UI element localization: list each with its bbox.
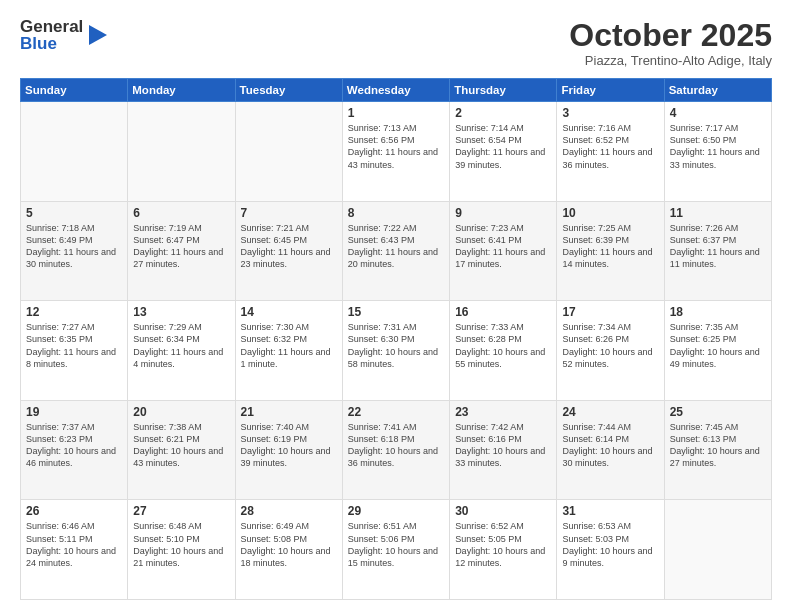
day-number: 21 <box>241 405 337 419</box>
day-info: Sunrise: 7:21 AM Sunset: 6:45 PM Dayligh… <box>241 222 337 271</box>
day-number: 13 <box>133 305 229 319</box>
calendar-title-block: October 2025 Piazza, Trentino-Alto Adige… <box>569 18 772 68</box>
day-info: Sunrise: 6:51 AM Sunset: 5:06 PM Dayligh… <box>348 520 444 569</box>
day-info: Sunrise: 7:34 AM Sunset: 6:26 PM Dayligh… <box>562 321 658 370</box>
table-row: 30Sunrise: 6:52 AM Sunset: 5:05 PM Dayli… <box>450 500 557 600</box>
day-number: 7 <box>241 206 337 220</box>
day-number: 30 <box>455 504 551 518</box>
day-number: 10 <box>562 206 658 220</box>
day-number: 29 <box>348 504 444 518</box>
logo: General Blue <box>20 18 107 52</box>
day-number: 14 <box>241 305 337 319</box>
col-thursday: Thursday <box>450 79 557 102</box>
table-row: 29Sunrise: 6:51 AM Sunset: 5:06 PM Dayli… <box>342 500 449 600</box>
day-number: 5 <box>26 206 122 220</box>
day-info: Sunrise: 7:16 AM Sunset: 6:52 PM Dayligh… <box>562 122 658 171</box>
logo-blue: Blue <box>20 35 83 52</box>
col-friday: Friday <box>557 79 664 102</box>
day-info: Sunrise: 6:46 AM Sunset: 5:11 PM Dayligh… <box>26 520 122 569</box>
day-number: 24 <box>562 405 658 419</box>
table-row <box>128 102 235 202</box>
col-wednesday: Wednesday <box>342 79 449 102</box>
day-info: Sunrise: 7:38 AM Sunset: 6:21 PM Dayligh… <box>133 421 229 470</box>
table-row: 8Sunrise: 7:22 AM Sunset: 6:43 PM Daylig… <box>342 201 449 301</box>
day-number: 23 <box>455 405 551 419</box>
day-info: Sunrise: 7:26 AM Sunset: 6:37 PM Dayligh… <box>670 222 766 271</box>
calendar-header-row: Sunday Monday Tuesday Wednesday Thursday… <box>21 79 772 102</box>
table-row: 22Sunrise: 7:41 AM Sunset: 6:18 PM Dayli… <box>342 400 449 500</box>
day-number: 20 <box>133 405 229 419</box>
day-info: Sunrise: 6:53 AM Sunset: 5:03 PM Dayligh… <box>562 520 658 569</box>
table-row: 4Sunrise: 7:17 AM Sunset: 6:50 PM Daylig… <box>664 102 771 202</box>
day-number: 1 <box>348 106 444 120</box>
col-tuesday: Tuesday <box>235 79 342 102</box>
day-info: Sunrise: 7:37 AM Sunset: 6:23 PM Dayligh… <box>26 421 122 470</box>
day-info: Sunrise: 7:45 AM Sunset: 6:13 PM Dayligh… <box>670 421 766 470</box>
calendar-week-row: 12Sunrise: 7:27 AM Sunset: 6:35 PM Dayli… <box>21 301 772 401</box>
day-info: Sunrise: 7:40 AM Sunset: 6:19 PM Dayligh… <box>241 421 337 470</box>
day-info: Sunrise: 7:23 AM Sunset: 6:41 PM Dayligh… <box>455 222 551 271</box>
day-info: Sunrise: 7:42 AM Sunset: 6:16 PM Dayligh… <box>455 421 551 470</box>
table-row: 5Sunrise: 7:18 AM Sunset: 6:49 PM Daylig… <box>21 201 128 301</box>
month-title: October 2025 <box>569 18 772 53</box>
day-number: 9 <box>455 206 551 220</box>
day-info: Sunrise: 7:22 AM Sunset: 6:43 PM Dayligh… <box>348 222 444 271</box>
day-number: 26 <box>26 504 122 518</box>
day-info: Sunrise: 7:33 AM Sunset: 6:28 PM Dayligh… <box>455 321 551 370</box>
day-info: Sunrise: 7:17 AM Sunset: 6:50 PM Dayligh… <box>670 122 766 171</box>
day-number: 22 <box>348 405 444 419</box>
logo-general: General <box>20 18 83 35</box>
logo-wing-icon <box>85 21 107 49</box>
table-row: 18Sunrise: 7:35 AM Sunset: 6:25 PM Dayli… <box>664 301 771 401</box>
day-number: 3 <box>562 106 658 120</box>
table-row: 19Sunrise: 7:37 AM Sunset: 6:23 PM Dayli… <box>21 400 128 500</box>
col-monday: Monday <box>128 79 235 102</box>
location-title: Piazza, Trentino-Alto Adige, Italy <box>569 53 772 68</box>
day-info: Sunrise: 6:49 AM Sunset: 5:08 PM Dayligh… <box>241 520 337 569</box>
day-number: 15 <box>348 305 444 319</box>
calendar-week-row: 5Sunrise: 7:18 AM Sunset: 6:49 PM Daylig… <box>21 201 772 301</box>
table-row: 9Sunrise: 7:23 AM Sunset: 6:41 PM Daylig… <box>450 201 557 301</box>
table-row: 26Sunrise: 6:46 AM Sunset: 5:11 PM Dayli… <box>21 500 128 600</box>
table-row: 7Sunrise: 7:21 AM Sunset: 6:45 PM Daylig… <box>235 201 342 301</box>
day-info: Sunrise: 7:13 AM Sunset: 6:56 PM Dayligh… <box>348 122 444 171</box>
day-number: 28 <box>241 504 337 518</box>
day-number: 17 <box>562 305 658 319</box>
calendar-table: Sunday Monday Tuesday Wednesday Thursday… <box>20 78 772 600</box>
col-saturday: Saturday <box>664 79 771 102</box>
day-info: Sunrise: 7:29 AM Sunset: 6:34 PM Dayligh… <box>133 321 229 370</box>
day-number: 4 <box>670 106 766 120</box>
day-number: 27 <box>133 504 229 518</box>
day-info: Sunrise: 7:14 AM Sunset: 6:54 PM Dayligh… <box>455 122 551 171</box>
day-info: Sunrise: 7:25 AM Sunset: 6:39 PM Dayligh… <box>562 222 658 271</box>
day-number: 12 <box>26 305 122 319</box>
table-row <box>664 500 771 600</box>
day-number: 16 <box>455 305 551 319</box>
day-info: Sunrise: 7:19 AM Sunset: 6:47 PM Dayligh… <box>133 222 229 271</box>
table-row: 11Sunrise: 7:26 AM Sunset: 6:37 PM Dayli… <box>664 201 771 301</box>
table-row: 21Sunrise: 7:40 AM Sunset: 6:19 PM Dayli… <box>235 400 342 500</box>
table-row: 1Sunrise: 7:13 AM Sunset: 6:56 PM Daylig… <box>342 102 449 202</box>
day-info: Sunrise: 7:27 AM Sunset: 6:35 PM Dayligh… <box>26 321 122 370</box>
day-info: Sunrise: 7:31 AM Sunset: 6:30 PM Dayligh… <box>348 321 444 370</box>
day-number: 19 <box>26 405 122 419</box>
table-row: 2Sunrise: 7:14 AM Sunset: 6:54 PM Daylig… <box>450 102 557 202</box>
table-row: 31Sunrise: 6:53 AM Sunset: 5:03 PM Dayli… <box>557 500 664 600</box>
day-info: Sunrise: 7:35 AM Sunset: 6:25 PM Dayligh… <box>670 321 766 370</box>
table-row: 14Sunrise: 7:30 AM Sunset: 6:32 PM Dayli… <box>235 301 342 401</box>
table-row: 27Sunrise: 6:48 AM Sunset: 5:10 PM Dayli… <box>128 500 235 600</box>
calendar-week-row: 26Sunrise: 6:46 AM Sunset: 5:11 PM Dayli… <box>21 500 772 600</box>
table-row: 12Sunrise: 7:27 AM Sunset: 6:35 PM Dayli… <box>21 301 128 401</box>
day-info: Sunrise: 7:44 AM Sunset: 6:14 PM Dayligh… <box>562 421 658 470</box>
table-row: 15Sunrise: 7:31 AM Sunset: 6:30 PM Dayli… <box>342 301 449 401</box>
table-row: 10Sunrise: 7:25 AM Sunset: 6:39 PM Dayli… <box>557 201 664 301</box>
svg-marker-0 <box>89 25 107 45</box>
day-info: Sunrise: 7:30 AM Sunset: 6:32 PM Dayligh… <box>241 321 337 370</box>
table-row: 17Sunrise: 7:34 AM Sunset: 6:26 PM Dayli… <box>557 301 664 401</box>
day-info: Sunrise: 7:18 AM Sunset: 6:49 PM Dayligh… <box>26 222 122 271</box>
day-number: 31 <box>562 504 658 518</box>
table-row <box>235 102 342 202</box>
table-row: 20Sunrise: 7:38 AM Sunset: 6:21 PM Dayli… <box>128 400 235 500</box>
table-row <box>21 102 128 202</box>
day-number: 25 <box>670 405 766 419</box>
